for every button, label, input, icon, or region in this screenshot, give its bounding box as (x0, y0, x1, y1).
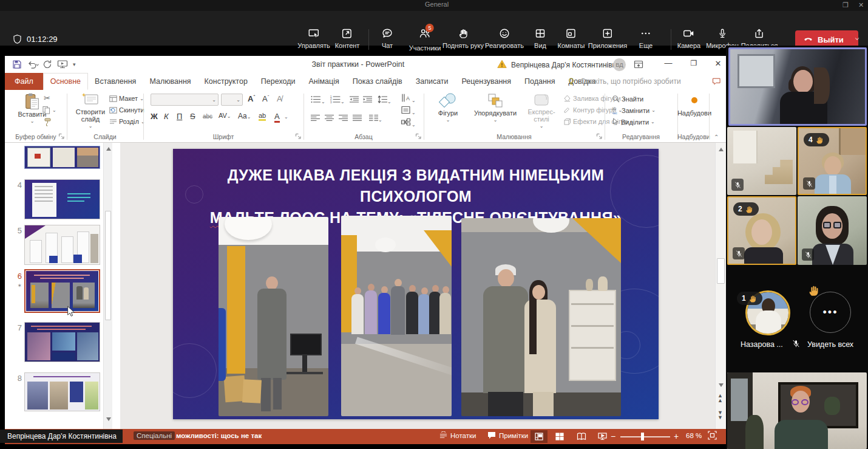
line-spacing-button[interactable]: ⌄ (378, 95, 392, 106)
thumbnail-slide-4[interactable] (24, 179, 100, 219)
scroll-down-arrow[interactable] (106, 417, 111, 421)
section-button[interactable]: Розділ⌄ (109, 118, 145, 125)
raise-hand-button[interactable]: Поднять руку (442, 27, 484, 49)
slide-photo-pair[interactable] (461, 218, 621, 416)
video-tile-hand-raised-2[interactable]: 2 (727, 196, 796, 265)
thumbnail-scrollbar-thumb[interactable] (105, 211, 111, 320)
replace-button[interactable]: abчасЗамінити⌄ (612, 106, 656, 114)
tell-me-bulb-icon[interactable] (566, 77, 576, 89)
highlight-color-button[interactable]: ab (259, 112, 266, 121)
tab-insert[interactable]: Вставлення (88, 73, 143, 90)
align-text-button[interactable]: ⌄ (401, 106, 416, 117)
comments-bubble-icon[interactable] (711, 77, 722, 89)
accessibility-status[interactable]: можливості: щось не так (176, 432, 262, 439)
find-button[interactable]: Знайти (612, 95, 643, 103)
numbering-button[interactable]: 123⌄ (330, 95, 345, 106)
close-button[interactable]: ✕ (709, 59, 727, 68)
tab-slideshow[interactable]: Показ слайдів (346, 73, 409, 90)
slide-scrollbar-thumb[interactable] (717, 258, 725, 284)
thumbnail-scrollbar[interactable] (103, 143, 112, 429)
columns-button[interactable]: ⌄ (369, 113, 382, 124)
bold-button[interactable]: Ж (151, 112, 158, 121)
decrease-indent-button[interactable] (350, 95, 359, 106)
camera-button[interactable]: Камера (677, 27, 700, 49)
align-right-button[interactable] (339, 113, 348, 124)
account-name[interactable]: Вепрінцева Дар'я Костянтинівна (511, 61, 620, 69)
increase-indent-button[interactable] (363, 95, 372, 106)
smartart-button[interactable]: ⌄ (401, 118, 416, 129)
video-tile-empty-room[interactable] (727, 127, 796, 195)
italic-button[interactable]: К (164, 112, 169, 121)
zoom-slider-track[interactable] (620, 436, 670, 437)
account-avatar[interactable]: ВД (613, 58, 626, 71)
arrange-button[interactable]: Упорядкувати⌄ (467, 92, 523, 124)
subscript-abc[interactable]: abc (203, 113, 212, 120)
change-case-button[interactable]: Aa⌄ (238, 112, 251, 120)
text-direction-button[interactable]: A⌄ (401, 94, 416, 105)
restore-button[interactable]: ❐ (685, 59, 703, 67)
normal-view-button[interactable] (531, 430, 548, 443)
apps-button[interactable]: Приложения (588, 27, 627, 49)
align-left-button[interactable] (311, 113, 320, 124)
slide-canvas[interactable]: ДУЖЕ ЦІКАВА ЛЕКЦІЯ З ВИДАТНИМ НІМЕЦЬКИМ … (173, 149, 659, 419)
align-center-button[interactable] (325, 113, 334, 124)
tab-review[interactable]: Рецензування (455, 73, 518, 90)
reset-button[interactable]: Скинути (109, 106, 144, 114)
restore-window-icon[interactable]: ❐ (843, 1, 849, 9)
scroll-up-arrow[interactable] (106, 147, 111, 151)
format-painter-button[interactable] (44, 118, 52, 126)
thumbnail-slide-8[interactable] (24, 372, 100, 411)
content-button[interactable]: Контент (335, 27, 360, 49)
grow-font-button[interactable]: Аˆ (248, 94, 255, 103)
undo-icon[interactable] (27, 60, 39, 72)
scroll-up-arrow[interactable] (719, 148, 724, 151)
reading-view-button[interactable] (573, 430, 590, 443)
fit-to-window-button[interactable] (708, 431, 717, 442)
tab-design[interactable]: Конструктор (198, 73, 254, 90)
scroll-down-arrow[interactable] (719, 383, 724, 387)
new-slide-button[interactable]: Створити слайд⌄ (73, 92, 108, 130)
copy-button[interactable]: ⌄ (42, 106, 56, 114)
zoom-slider-thumb[interactable] (641, 433, 644, 440)
thumbnail-slide-3[interactable] (24, 146, 100, 169)
thumbnail-slide-5[interactable] (24, 225, 100, 265)
thumbnail-slide-6-selected[interactable] (24, 269, 100, 313)
react-button[interactable]: Реагировать (485, 27, 524, 49)
rooms-button[interactable]: Комнаты (558, 27, 585, 49)
slide-photo-group[interactable] (341, 216, 452, 416)
accessibility-status-prefix[interactable]: Спеціальні (134, 431, 175, 440)
bullets-button[interactable]: ⌄ (311, 95, 325, 106)
redo-icon[interactable] (42, 60, 52, 72)
zoom-in-button[interactable]: + (674, 431, 679, 441)
font-size-box[interactable]: ⌄ (221, 94, 243, 106)
video-tile-glasses[interactable] (798, 196, 867, 265)
close-window-icon[interactable]: ✕ (858, 1, 864, 9)
more-button[interactable]: Еще (639, 27, 653, 49)
strikethrough-button[interactable]: S (190, 112, 195, 121)
tab-file[interactable]: Файл (5, 73, 43, 90)
font-name-box[interactable]: ⌄ (151, 94, 219, 106)
font-color-chevron[interactable]: ⌄ (284, 114, 288, 120)
next-slide-button[interactable]: ▼▼ (717, 410, 723, 420)
slide-sorter-view-button[interactable] (551, 430, 568, 443)
quick-styles-button[interactable]: Експрес-стилі⌄ (524, 92, 558, 130)
character-spacing-button[interactable]: AV⌄ (219, 112, 231, 119)
select-button[interactable]: Виділити⌄ (612, 118, 655, 126)
layout-button[interactable]: Макет⌄ (109, 95, 144, 102)
shrink-font-button[interactable]: Аˇ (262, 94, 269, 103)
view-button[interactable]: Вид (534, 27, 546, 49)
tell-me-box[interactable]: Скажіть, що потрібно зробити (580, 77, 681, 86)
notes-button[interactable]: Нотатки (439, 431, 476, 439)
video-tile-active-speaker[interactable] (728, 47, 867, 126)
previous-slide-button[interactable]: ▲▲ (717, 393, 723, 403)
tab-draw[interactable]: Малювання (143, 73, 197, 90)
tab-transitions[interactable]: Переходи (254, 73, 302, 90)
slide-photo-lecturer[interactable] (219, 217, 328, 416)
video-tile-bottom[interactable] (727, 372, 867, 449)
video-tile-hand-raised-4[interactable]: 4 (798, 127, 867, 195)
zoom-out-button[interactable]: − (611, 431, 615, 441)
ribbon-display-options-icon[interactable] (634, 60, 643, 71)
slide-scrollbar[interactable]: ▲▲ ▼▼ (715, 143, 726, 429)
chat-button[interactable]: Чат (381, 27, 393, 49)
zoom-level[interactable]: 68 % (686, 432, 702, 439)
